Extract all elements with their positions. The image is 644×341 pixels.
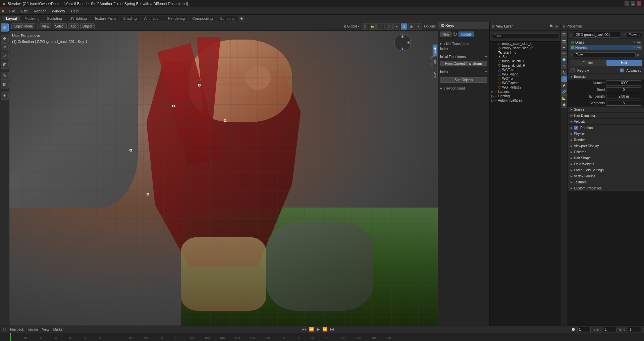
update-key-button[interactable]: Update — [459, 32, 474, 37]
prop-tab-object[interactable]: ⬡ — [561, 63, 567, 69]
cursor-tool-button[interactable]: ⊕ — [1, 23, 9, 32]
shading-material-btn[interactable]: ◑ — [401, 23, 408, 30]
start-frame-input[interactable] — [603, 327, 616, 332]
tab-rendering[interactable]: Rendering — [164, 16, 188, 21]
keying-menu[interactable]: Keying — [26, 328, 40, 331]
emission-section-header[interactable]: ▶ Emission — [568, 74, 644, 80]
gizmo-z-axis[interactable]: Z — [401, 47, 404, 50]
prop-tab-material[interactable]: ⬟ — [561, 102, 567, 108]
new-system-icon[interactable]: + — [640, 53, 642, 57]
object-menu-btn[interactable]: Object — [80, 23, 95, 29]
number-value[interactable]: 10000 — [606, 80, 641, 86]
new-key-button[interactable]: New — [440, 32, 451, 37]
jump-to-start-btn[interactable]: ⏮ — [302, 327, 307, 332]
regrow-checkbox[interactable] — [571, 68, 575, 72]
outliner-item-empty-scarf-l[interactable]: ◇ empty_scarf_side_L — [490, 42, 560, 46]
copy-icon[interactable]: ⧉ — [637, 53, 639, 57]
tab-modeling[interactable]: Modeling — [21, 16, 43, 21]
playback-menu[interactable]: Playback — [9, 328, 25, 331]
navigation-gizmo[interactable]: X Y Z — [394, 34, 411, 51]
blender-menu-logo[interactable]: ● — [1, 8, 5, 14]
textures-section[interactable]: ▶ Textures — [568, 179, 644, 185]
gizmo-x-axis[interactable]: X — [407, 41, 410, 44]
end-frame-input[interactable] — [628, 327, 641, 332]
rotate-tool-button[interactable]: ↻ — [1, 43, 9, 51]
prop-tab-particles[interactable]: ✧ — [561, 76, 567, 82]
gizmo-y-axis[interactable]: Y — [401, 35, 404, 38]
physics-section[interactable]: ▶ Physics — [568, 131, 644, 137]
hair-dynamics-section[interactable]: ▶ Hair Dynamics — [568, 113, 644, 119]
menu-file[interactable]: File — [7, 8, 18, 14]
outliner-item-autumn-lattices[interactable]: ▷ ▪ Autumn Lattices — [490, 98, 560, 103]
play-btn[interactable]: ▶ — [316, 327, 320, 332]
shading-rendered-btn[interactable]: ◉ — [408, 23, 415, 30]
view-menu-timeline[interactable]: View — [41, 328, 51, 331]
sort-objects-btn[interactable]: Sort Objects — [440, 77, 487, 83]
minimize-button[interactable]: — — [625, 1, 629, 6]
add-index-icon[interactable]: + — [485, 69, 487, 74]
object-name-field[interactable]: GEO-ground_back.001 — [574, 32, 620, 38]
prop-tab-modifier[interactable]: 🔧 — [561, 70, 567, 76]
scale-tool-button[interactable]: ⤢ — [1, 52, 9, 60]
transform-tool-button[interactable]: ⊞ — [1, 61, 9, 69]
particle-item-grass[interactable]: Grass 👁 📷 — [570, 40, 642, 45]
prop-tab-physics[interactable]: ⚡ — [561, 82, 567, 89]
add-workspace-button[interactable]: + — [238, 15, 245, 21]
outliner-item-wgt-o[interactable]: △ WGT-o — [490, 76, 560, 81]
prop-tab-scene[interactable]: 🎬 — [561, 32, 567, 38]
rotation-checkbox[interactable]: ✓ — [574, 126, 578, 130]
measure-tool-button[interactable]: ⊡ — [1, 80, 9, 89]
outliner-item-wgt-rotate2[interactable]: ▽ WGT-rotate2 — [490, 85, 560, 90]
outliner-filter-icon[interactable]: 🔍 — [550, 24, 554, 28]
prop-tab-world[interactable]: 🌍 — [561, 57, 567, 63]
flowers-render-icon[interactable]: 📷 — [637, 46, 641, 49]
tab-uv-editing[interactable]: UV Editing — [66, 16, 90, 21]
timeline-ruler[interactable]: 1 10 20 30 40 50 60 70 80 90 100 110 120… — [0, 333, 644, 341]
viewport-snap-icon[interactable]: 🔒 — [369, 23, 376, 30]
move-tool-button[interactable]: ✥ — [1, 35, 9, 43]
item-tab[interactable]: Item — [432, 44, 438, 56]
options-label[interactable]: Options — [424, 24, 436, 28]
particle-system-name[interactable]: Flowers — [627, 32, 642, 37]
shading-options-btn[interactable]: ▾ — [416, 23, 422, 30]
prop-tab-constraints[interactable]: 🔗 — [561, 89, 567, 95]
menu-render[interactable]: Render — [31, 8, 48, 14]
velocity-section[interactable]: ▶ Velocity — [568, 119, 644, 125]
shading-solid-btn[interactable]: ● — [393, 23, 400, 30]
prop-tab-output[interactable]: ▶ — [561, 44, 567, 50]
outliner-item-tarsal-l[interactable]: ▽ tarsal_ik_ctrl_L — [490, 59, 560, 63]
source-section[interactable]: ▶ Source — [568, 107, 644, 113]
menu-help[interactable]: Help — [68, 8, 82, 14]
view-menu-btn[interactable]: View — [40, 23, 52, 29]
prev-keyframe-btn[interactable]: ⏪ — [308, 327, 315, 332]
tab-compositing[interactable]: Compositing — [189, 16, 216, 21]
flowers-eye-icon[interactable]: 👁 — [633, 46, 636, 49]
from-current-transforms-btn[interactable]: From Current Transforms — [440, 61, 487, 66]
prop-tab-view-layer[interactable]: 👁 — [561, 51, 567, 57]
hair-shape-section[interactable]: ▶ Hair Shape — [568, 155, 644, 161]
field-weights-section[interactable]: ▶ Field Weights — [568, 161, 644, 167]
tab-shading[interactable]: Shading — [120, 16, 140, 21]
outliner-search-input[interactable] — [492, 33, 558, 39]
add-object-button[interactable]: + — [1, 92, 9, 100]
add-transform-icon[interactable]: + — [485, 54, 487, 59]
gizmo-circle[interactable]: X Y Z — [394, 34, 411, 51]
outliner-item-sun[interactable]: ☀ Sun — [490, 55, 560, 59]
outliner-item-wgt-rotate[interactable]: ▽ WGT-rotate — [490, 81, 560, 85]
children-section[interactable]: ▶ Children — [568, 149, 644, 155]
tab-animation[interactable]: Animation — [141, 16, 164, 21]
viewport-proportional-icon[interactable]: ○ — [376, 23, 383, 30]
annotate-tool-button[interactable]: ✎ — [1, 72, 9, 80]
select-menu-btn[interactable]: Select — [53, 23, 67, 29]
jump-to-end-btn[interactable]: ⏭ — [329, 327, 335, 332]
hair-length-value[interactable]: 2.08 m — [606, 94, 641, 99]
tab-layout[interactable]: Layout — [3, 16, 20, 21]
viewport-display-section[interactable]: ▶ Viewport Display — [568, 143, 644, 149]
outliner-item-lattices[interactable]: ▷ ▪ Lattices — [490, 90, 560, 94]
force-field-section[interactable]: ▶ Force Field Settings — [568, 167, 644, 173]
tool-tab[interactable]: Tool — [432, 57, 438, 68]
outliner-item-scarf-rig[interactable]: 🦴 scarf_rig — [490, 50, 560, 55]
hair-toggle-btn[interactable]: Hair — [606, 60, 642, 66]
outliner-settings-icon[interactable]: ⚙ — [555, 24, 558, 28]
close-button[interactable]: ✕ — [637, 1, 641, 6]
